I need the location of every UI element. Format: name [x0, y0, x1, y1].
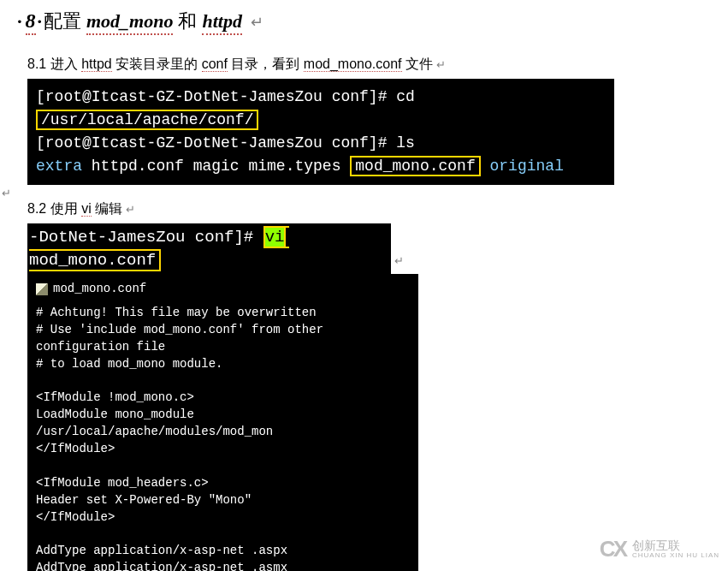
editor-line: <IfModule mod_headers.c> — [36, 475, 410, 492]
section-heading: · 8 · 配置 mod_mono 和 httpd ↵ — [0, 9, 728, 35]
step-text-2: 安装目录里的 — [115, 57, 198, 71]
editor-line: # Achtung! This file may be overwritten — [36, 305, 410, 322]
heading-and: 和 — [178, 9, 197, 34]
editor-line — [36, 458, 410, 475]
watermark-en: CHUANG XIN HU LIAN — [632, 552, 719, 559]
watermark-logo-icon: CX — [600, 536, 625, 562]
editor-line: </IfModule> — [36, 509, 410, 526]
terminal-prompt: [root@Itcast-GZ-DotNet-JamesZou conf]# l… — [36, 134, 415, 152]
editor-line: AddType application/x-asp-net .asmx — [36, 560, 410, 571]
terminal-vi-cmd: vi — [263, 226, 287, 248]
step-text-1: 使用 — [50, 201, 78, 216]
terminal-boxed-file: mod_mono.conf — [350, 156, 480, 176]
step-number: 8.1 — [27, 57, 46, 71]
bullet-mark: · — [17, 10, 22, 33]
return-mark-icon: ↵ — [251, 13, 263, 32]
step-text-2: 编辑 — [95, 201, 122, 216]
term-conf: conf — [202, 57, 228, 72]
terminal-prompt: [root@Itcast-GZ-DotNet-JamesZou conf]# c… — [36, 88, 415, 105]
heading-modmono: mod_mono — [86, 10, 173, 35]
terminal-line: [root@Itcast-GZ-DotNet-JamesZou conf]# l… — [36, 132, 606, 155]
terminal-vi-line-wrapper: -DotNet-JamesZou conf]# vi mod_mono.conf… — [0, 223, 728, 274]
terminal-files: httpd.conf magic mime.types — [82, 158, 350, 175]
return-mark-icon: ↵ — [2, 187, 11, 199]
terminal-line: [root@Itcast-GZ-DotNet-JamesZou conf]# c… — [36, 86, 606, 132]
terminal-prompt: -DotNet-JamesZou conf]# — [29, 228, 263, 247]
term-modconf: mod_mono.conf — [304, 57, 402, 72]
terminal-output-1: [root@Itcast-GZ-DotNet-JamesZou conf]# c… — [27, 79, 614, 185]
dot: · — [38, 10, 43, 33]
dir-extra: extra — [36, 158, 82, 175]
watermark-cn: 创新互联 — [632, 539, 719, 552]
return-mark-icon: ↵ — [394, 254, 404, 267]
editor-line: Header set X-Powered-By "Mono" — [36, 492, 410, 509]
terminal-line: extra httpd.conf magic mime.types mod_mo… — [36, 155, 606, 178]
editor-line: AddType application/x-asp-net .aspx — [36, 543, 410, 560]
return-mark-icon: ↵ — [126, 203, 135, 216]
step-8-2: 8.2 使用 vi 编辑↵ — [0, 200, 728, 218]
editor-line: # Use 'include mod_mono.conf' from other… — [36, 322, 410, 356]
watermark-text: 创新互联 CHUANG XIN HU LIAN — [632, 539, 719, 559]
section-number: 8 — [26, 9, 36, 35]
return-mark-icon: ↵ — [436, 58, 446, 71]
editor-line — [36, 526, 410, 543]
term-vi: vi — [81, 201, 92, 217]
terminal-output-2: -DotNet-JamesZou conf]# vi mod_mono.conf — [27, 223, 391, 274]
editor-line: LoadModule mono_module /usr/local/apache… — [36, 407, 410, 441]
editor-content: mod_mono.conf # Achtung! This file may b… — [27, 274, 418, 571]
step-text-3: 目录，看到 — [231, 57, 299, 71]
editor-line: <IfModule !mod_mono.c> — [36, 390, 410, 407]
heading-prefix: 配置 — [44, 9, 81, 34]
terminal-boxed-path: /usr/local/apache/conf/ — [36, 110, 258, 130]
step-number: 8.2 — [27, 201, 46, 216]
watermark: CX 创新互联 CHUANG XIN HU LIAN — [600, 536, 719, 562]
step-text-1: 进入 — [50, 57, 78, 71]
editor-titlebar: mod_mono.conf — [36, 281, 410, 298]
term-httpd: httpd — [81, 57, 112, 72]
editor-line: </IfModule> — [36, 441, 410, 458]
editor-line: # to load mod_mono module. — [36, 356, 410, 373]
dir-original: original — [481, 158, 564, 175]
file-icon — [36, 283, 48, 295]
editor-line — [36, 373, 410, 390]
editor-filename: mod_mono.conf — [53, 281, 146, 298]
heading-httpd: httpd — [202, 10, 241, 35]
step-8-1: 8.1 进入 httpd 安装目录里的 conf 目录，看到 mod_mono.… — [0, 56, 728, 74]
step-text-4: 文件 — [405, 57, 433, 71]
